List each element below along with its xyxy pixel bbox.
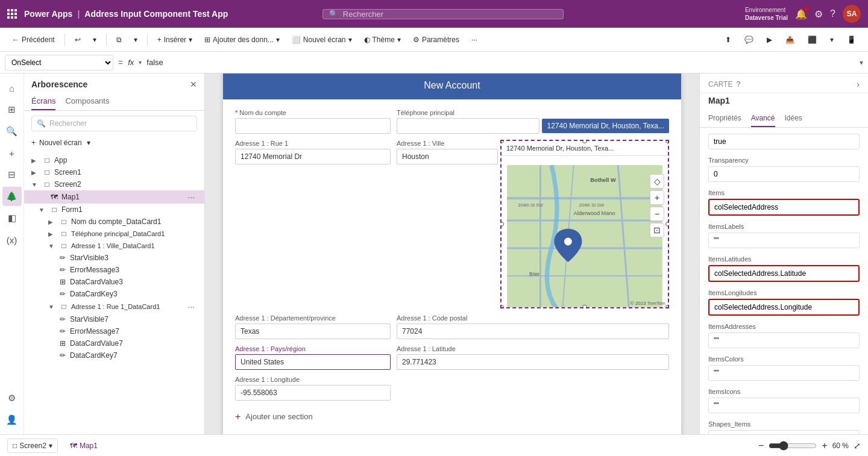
insert-icon-btn[interactable]: + — [2, 143, 22, 163]
back-button[interactable]: ← Précédent — [7, 33, 60, 46]
variables-icon-btn[interactable]: (x) — [2, 230, 22, 249]
field-latitude-input[interactable] — [397, 354, 669, 370]
tree-item-nom-compte[interactable]: ▶ □ Nom du compte_DataCard1 — [24, 216, 204, 228]
zoom-plus-button[interactable]: + — [822, 440, 827, 451]
map1-options-button[interactable]: ··· — [185, 192, 197, 202]
handle-bc[interactable] — [582, 305, 587, 308]
undo-button[interactable]: ↩ — [70, 33, 86, 46]
tree-item-error3[interactable]: ✏ ErrorMessage3 — [24, 264, 204, 276]
prop-input-transparency[interactable] — [708, 166, 860, 182]
more-options-button[interactable]: ··· — [467, 33, 482, 46]
tree-item-map1[interactable]: 🗺 Map1 ··· — [24, 190, 204, 204]
tab-proprietes[interactable]: Propriétés — [708, 110, 741, 127]
add-data-button[interactable]: ⊞ Ajouter des donn... ▾ — [200, 33, 285, 46]
components-icon-btn[interactable]: ◧ — [2, 208, 22, 228]
map-zoom-in-btn[interactable]: + — [650, 190, 664, 205]
map-container[interactable]: Bothell W Alderwood Mano Brier 204th St … — [500, 140, 669, 308]
data-icon-btn[interactable]: ⊟ — [2, 165, 22, 184]
sidebar-search-box[interactable]: 🔍 — [31, 116, 197, 131]
tree-item-screen2[interactable]: ▼ □ Screen2 — [24, 178, 204, 190]
user-avatar[interactable]: SA — [843, 5, 861, 23]
zoom-expand-button[interactable]: ⤢ — [854, 441, 861, 451]
tree-item-form1[interactable]: ▼ □ Form1 — [24, 204, 204, 216]
expand-button[interactable]: ⬛ — [803, 33, 822, 46]
theme-button[interactable]: ◐ Thème ▾ — [359, 33, 406, 46]
device-button[interactable]: 📱 — [842, 33, 861, 46]
search-icon-btn[interactable]: 🔍 — [2, 122, 22, 141]
prop-input-itemsicons[interactable] — [708, 398, 860, 413]
zoom-slider[interactable] — [769, 441, 817, 451]
tree-item-dcv3[interactable]: ⊞ DataCardValue3 — [24, 276, 204, 288]
field-nom-compte-input[interactable] — [235, 118, 391, 134]
field-ville-input[interactable] — [397, 149, 498, 164]
field-pays-input[interactable] — [235, 354, 391, 370]
formula-expand-icon[interactable]: ▾ — [860, 58, 863, 67]
prop-input-itemsaddresses[interactable] — [708, 333, 860, 348]
tab-screens[interactable]: Écrans — [31, 93, 55, 110]
prop-input-itemscolors[interactable] — [708, 365, 860, 381]
prop-input-items[interactable] — [708, 199, 860, 216]
tab-components[interactable]: Composants — [65, 93, 109, 110]
tab-idees[interactable]: Idées — [785, 110, 802, 127]
settings-icon-btn[interactable]: ⚙ — [2, 389, 22, 408]
help-button[interactable]: ? — [830, 8, 835, 19]
layers-icon-btn[interactable]: ⊞ — [2, 100, 22, 119]
prop-input-itemslabels[interactable] — [708, 233, 860, 248]
copy-chevron[interactable]: ▾ — [129, 33, 142, 46]
field-telephone-input[interactable] — [397, 118, 539, 134]
field-codepostal-input[interactable] — [397, 323, 669, 339]
params-button[interactable]: ⚙ Paramètres — [408, 33, 464, 46]
zoom-minus-button[interactable]: − — [758, 440, 764, 451]
tree-item-telephone[interactable]: ▶ □ Téléphone principal_DataCard1 — [24, 228, 204, 240]
insert-button[interactable]: + Insérer ▾ — [153, 33, 197, 46]
copy-button[interactable]: ⧉ — [112, 33, 127, 46]
home-icon-btn[interactable]: ⌂ — [2, 78, 22, 98]
right-panel-expand-icon[interactable]: › — [857, 80, 860, 89]
new-screen-button[interactable]: + Nouvel écran ▾ — [31, 136, 197, 149]
publish-button[interactable]: 📤 — [781, 33, 799, 46]
tree-icon-btn[interactable]: 🌲 — [2, 187, 22, 206]
prop-input-itemslongitudes[interactable] — [708, 299, 860, 316]
tree-item-dcv7[interactable]: ⊞ DataCardValue7 — [24, 337, 204, 349]
share-button[interactable]: ⬆ — [720, 33, 736, 46]
prop-input-true[interactable] — [708, 134, 860, 149]
tree-item-adresse-rue[interactable]: ▼ □ Adresse 1 : Rue 1_DataCard1 ··· — [24, 300, 204, 313]
grid-menu-icon[interactable] — [7, 9, 17, 19]
info-icon[interactable]: ? — [736, 80, 740, 89]
field-rue1-input[interactable] — [235, 149, 391, 164]
formula-input[interactable] — [146, 58, 855, 67]
fx-button[interactable]: fx — [128, 58, 134, 67]
undo-chevron[interactable]: ▾ — [88, 33, 101, 46]
tree-item-error7[interactable]: ✏ ErrorMessage7 — [24, 325, 204, 337]
prop-input-itemslatitudes[interactable] — [708, 265, 860, 282]
add-section-button[interactable]: + Ajouter une section — [235, 407, 669, 427]
handle-tr[interactable] — [665, 140, 669, 143]
nav-search-box[interactable]: 🔍 — [322, 9, 564, 19]
settings-button[interactable]: ⚙ — [814, 8, 823, 20]
map-diamond-btn[interactable]: ◇ — [650, 174, 664, 189]
tree-item-star3[interactable]: ✏ StarVisible3 — [24, 252, 204, 264]
field-longitude-input[interactable] — [235, 385, 391, 401]
expand-chevron[interactable]: ▾ — [825, 33, 838, 46]
user-icon-btn[interactable]: 👤 — [2, 410, 22, 429]
handle-mr[interactable] — [665, 222, 669, 226]
sidebar-close-button[interactable]: ✕ — [190, 80, 197, 89]
tree-item-adresse-ville[interactable]: ▼ □ Adresse 1 : Ville_DataCard1 — [24, 240, 204, 252]
tree-item-screen1[interactable]: ▶ □ Screen1 — [24, 166, 204, 178]
map1-tab[interactable]: 🗺 Map1 — [65, 439, 102, 452]
formula-chevron-icon[interactable]: ▾ — [139, 59, 142, 66]
field-departement-input[interactable] — [235, 323, 391, 339]
prop-input-shapesitems[interactable] — [708, 430, 860, 434]
tree-item-app[interactable]: ▶ □ App — [24, 154, 204, 166]
map-zoom-out-btn[interactable]: − — [650, 207, 664, 221]
sidebar-search-input[interactable] — [49, 116, 192, 131]
formula-property-select[interactable]: OnSelect — [5, 55, 113, 70]
environment-selector[interactable]: Environnement Dataverse Trial — [745, 6, 788, 22]
adresse-rue-options-button[interactable]: ··· — [185, 302, 197, 311]
comments-button[interactable]: 💬 — [740, 33, 758, 46]
screen2-tab[interactable]: □ Screen2 ▾ — [7, 439, 58, 453]
tree-item-star7[interactable]: ✏ StarVisible7 — [24, 313, 204, 325]
tree-item-dck7[interactable]: ✏ DataCardKey7 — [24, 349, 204, 361]
notifications-button[interactable]: 🔔 — [795, 8, 807, 20]
preview-button[interactable]: ▶ — [762, 33, 777, 46]
